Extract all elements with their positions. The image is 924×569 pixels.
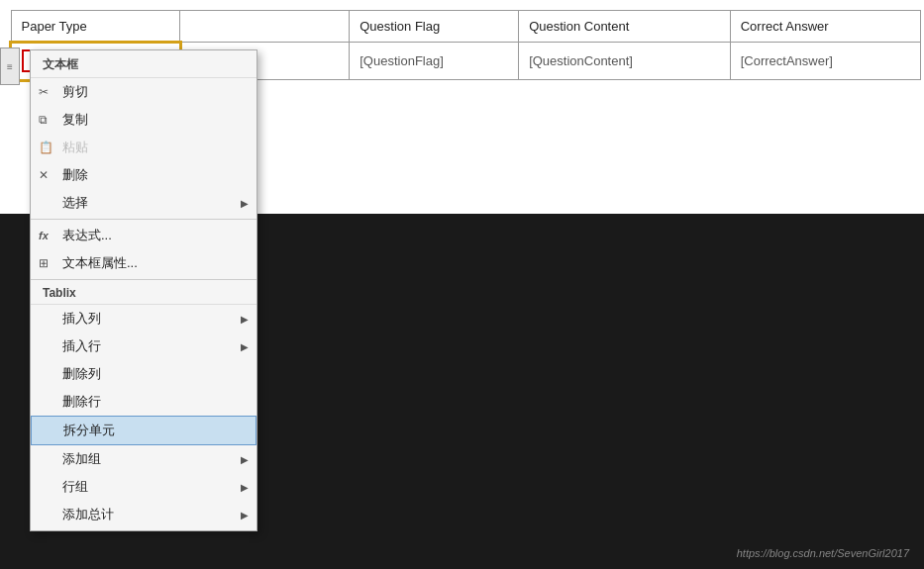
context-menu: 文本框 ✂ 剪切 ⧉ 复制 📋 粘贴 ✕ 删除 选择 fx 表达式... ⊞ 文… bbox=[30, 49, 257, 531]
divider-1 bbox=[31, 219, 257, 220]
menu-delete-column[interactable]: 删除列 bbox=[31, 360, 257, 388]
section-tablix-label: Tablix bbox=[31, 282, 257, 305]
menu-delete-row[interactable]: 删除行 bbox=[31, 388, 257, 416]
col-correct-answer: Correct Answer bbox=[730, 11, 920, 43]
col-question-content: Question Content bbox=[519, 11, 731, 43]
menu-expression[interactable]: fx 表达式... bbox=[31, 222, 257, 249]
url-watermark: https://blog.csdn.net/SevenGirl2017 bbox=[737, 547, 909, 559]
cell-correct-answer: [CorrectAnswer] bbox=[730, 43, 920, 80]
cell-question-flag: [QuestionFlag] bbox=[350, 43, 519, 80]
menu-select[interactable]: 选择 bbox=[31, 189, 257, 217]
menu-delete[interactable]: ✕ 删除 bbox=[31, 161, 257, 189]
section-textbox-label: 文本框 bbox=[31, 52, 257, 78]
copy-icon: ⧉ bbox=[39, 113, 48, 127]
col-paper-type: Paper Type bbox=[11, 11, 180, 43]
menu-row-group[interactable]: 行组 bbox=[31, 473, 257, 501]
cell-question-content: [QuestionContent] bbox=[519, 43, 731, 80]
menu-paste: 📋 粘贴 bbox=[31, 134, 257, 161]
menu-copy[interactable]: ⧉ 复制 bbox=[31, 106, 257, 134]
menu-cut[interactable]: ✂ 剪切 bbox=[31, 78, 257, 106]
row-handle: ≡ bbox=[0, 47, 20, 85]
menu-insert-column[interactable]: 插入列 bbox=[31, 305, 257, 332]
col-question-flag: Question Flag bbox=[350, 11, 519, 43]
menu-insert-row[interactable]: 插入行 bbox=[31, 332, 257, 360]
cut-icon: ✂ bbox=[39, 85, 49, 99]
properties-icon: ⊞ bbox=[39, 256, 49, 270]
delete-icon: ✕ bbox=[39, 168, 49, 182]
col-empty bbox=[180, 11, 350, 43]
divider-2 bbox=[31, 279, 257, 280]
menu-add-group[interactable]: 添加组 bbox=[31, 445, 257, 473]
menu-split-cell[interactable]: 拆分单元 bbox=[31, 416, 257, 445]
menu-textbox-properties[interactable]: ⊞ 文本框属性... bbox=[31, 249, 257, 277]
menu-add-total[interactable]: 添加总计 bbox=[31, 501, 257, 528]
expression-icon: fx bbox=[39, 230, 49, 241]
paste-icon: 📋 bbox=[39, 141, 53, 154]
